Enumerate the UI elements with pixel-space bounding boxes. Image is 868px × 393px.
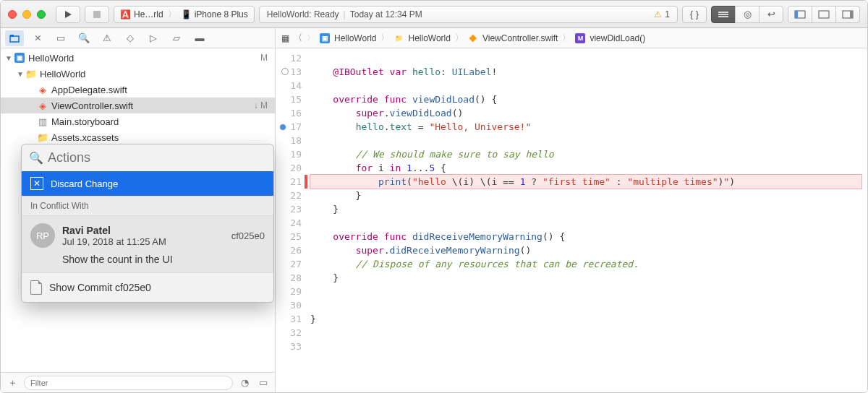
panel-toggle-group (788, 6, 860, 23)
breadcrumb-project[interactable]: HelloWorld (334, 33, 376, 43)
folder-icon: 📁 (393, 33, 404, 43)
issue-navigator-tab[interactable]: ⚠︎ (98, 30, 116, 46)
minimize-window-button[interactable] (22, 10, 31, 19)
stop-button[interactable] (85, 6, 109, 23)
svg-rect-9 (850, 11, 853, 18)
code-line[interactable] (310, 134, 861, 147)
line-gutter: 1213141516171819202122232425262728293031… (276, 48, 309, 392)
breadcrumb-file[interactable]: ViewController.swift (482, 33, 558, 43)
code-line[interactable]: @IBOutlet var hello: UILabel! (310, 65, 861, 79)
discard-change-item[interactable]: ✕ Discard Change (22, 171, 273, 196)
standard-editor-button[interactable] (711, 6, 736, 23)
editor-path-bar: ▦ 〈 〉 ▣ HelloWorld 〉 📁 HelloWorld 〉 🔶 Vi… (276, 28, 867, 48)
commit-author: Ravi Patel (62, 225, 224, 236)
code-line[interactable] (310, 79, 861, 92)
method-icon: M (575, 33, 585, 43)
project-navigator: ▼▣HelloWorldM▼📁HelloWorld◈AppDelegate.sw… (1, 48, 276, 392)
related-items-icon[interactable]: ▦ (281, 33, 289, 43)
toggle-right-panel-button[interactable] (835, 6, 860, 23)
commit-date: Jul 19, 2018 at 11:25 AM (62, 236, 224, 247)
warning-icon: ⚠︎ (654, 9, 662, 20)
report-navigator-tab[interactable]: ▬ (190, 30, 209, 46)
project-navigator-tab[interactable] (5, 30, 24, 46)
source-control-navigator-tab[interactable]: ⨯ (28, 30, 47, 46)
code-line[interactable]: print("hello \(i) \(i == 1 ? "first time… (310, 175, 861, 189)
run-button[interactable] (56, 6, 80, 23)
code-area[interactable]: @IBOutlet var hello: UILabel! override f… (309, 48, 867, 392)
code-line[interactable] (310, 216, 861, 230)
change-actions-popover: 🔍 ✕ Discard Change In Conflict With RP R… (21, 144, 274, 303)
tree-root[interactable]: ▼▣HelloWorldM (1, 50, 275, 66)
breakpoint-navigator-tab[interactable]: ▱ (167, 30, 186, 46)
warnings-indicator[interactable]: ⚠︎ 1 (654, 9, 670, 20)
recent-filter-icon[interactable]: ◔ (237, 376, 252, 390)
svg-rect-7 (819, 11, 829, 18)
actions-search-input[interactable] (48, 150, 266, 165)
activity-status: HelloWorld: Ready | Today at 12:34 PM ⚠︎… (259, 6, 678, 23)
close-window-button[interactable] (8, 10, 17, 19)
code-line[interactable]: override func didReceiveMemoryWarning() … (310, 230, 861, 243)
scheme-selector[interactable]: 🅰️ He…rld 〉 📱 iPhone 8 Plus (114, 6, 255, 23)
target-icon: 🅰️ (120, 9, 131, 20)
sub-toolbar: ⨯ ▭ 🔍 ⚠︎ ◇ ▷ ▱ ▬ ▦ 〈 〉 ▣ HelloWorld 〉 📁 … (1, 28, 867, 48)
document-icon (30, 280, 42, 295)
symbol-navigator-tab[interactable]: ▭ (51, 30, 70, 46)
find-navigator-tab[interactable]: 🔍 (75, 30, 93, 46)
code-line[interactable] (310, 340, 861, 353)
code-line[interactable]: super.viewDidLoad() (310, 106, 861, 120)
commit-message: Show the count in the UI (62, 254, 265, 265)
debug-navigator-tab[interactable]: ▷ (144, 30, 163, 46)
code-snippets-button[interactable]: { } (682, 6, 707, 23)
code-line[interactable]: } (310, 202, 861, 216)
toggle-left-panel-button[interactable] (788, 6, 812, 23)
status-title: HelloWorld: Ready (267, 9, 339, 20)
add-button[interactable]: ＋ (5, 376, 20, 390)
code-line[interactable]: for i in 1...5 { (310, 161, 861, 175)
scheme-device: iPhone 8 Plus (195, 9, 248, 20)
nav-forward-button[interactable]: 〉 (307, 32, 315, 44)
device-icon: 📱 (181, 9, 192, 20)
conflict-section-header: In Conflict With (22, 196, 273, 216)
code-line[interactable]: super.didReceiveMemoryWarning() (310, 243, 861, 257)
code-line[interactable] (310, 51, 861, 65)
code-line[interactable]: hello.text = "Hello, Universe!" (310, 120, 861, 134)
svg-rect-1 (93, 11, 101, 18)
tree-item[interactable]: ▼📁HelloWorld (1, 66, 275, 82)
code-line[interactable]: // We should make sure to say hello (310, 147, 861, 161)
svg-rect-11 (10, 35, 14, 37)
commit-hash: cf025e0 (231, 230, 265, 241)
popover-search-row: 🔍 (22, 144, 273, 171)
tree-item[interactable]: ◈AppDelegate.swift (1, 82, 275, 98)
code-line[interactable]: override func viewDidLoad() { (310, 92, 861, 106)
nav-back-button[interactable]: 〈 (294, 32, 302, 44)
version-editor-button[interactable]: ↩︎ (759, 6, 783, 23)
test-navigator-tab[interactable]: ◇ (121, 30, 140, 46)
breadcrumb-folder[interactable]: HelloWorld (408, 33, 450, 43)
tree-item[interactable]: ◈ViewController.swift↓ M (1, 98, 275, 113)
tree-item[interactable]: ▥Main.storyboard (1, 113, 275, 129)
code-line[interactable]: } (310, 189, 861, 202)
code-line[interactable]: } (310, 312, 861, 326)
scheme-target: He…rld (134, 9, 163, 20)
show-commit-item[interactable]: Show Commit cf025e0 (22, 273, 273, 302)
code-line[interactable] (310, 285, 861, 298)
assistant-editor-button[interactable]: ◎ (735, 6, 760, 23)
code-line[interactable]: } (310, 271, 861, 285)
conflict-commit-item[interactable]: RP Ravi Patel Jul 19, 2018 at 11:25 AM c… (22, 216, 273, 273)
toolbar: 🅰️ He…rld 〉 📱 iPhone 8 Plus HelloWorld: … (1, 1, 867, 28)
code-line[interactable] (310, 326, 861, 340)
svg-rect-10 (10, 36, 19, 42)
show-commit-label: Show Commit cf025e0 (49, 282, 151, 293)
tree-item[interactable]: 📁Assets.xcassets (1, 129, 275, 145)
scm-filter-icon[interactable]: ▭ (256, 376, 271, 390)
project-icon: ▣ (320, 33, 330, 43)
toggle-bottom-panel-button[interactable] (812, 6, 836, 23)
code-editor[interactable]: 1213141516171819202122232425262728293031… (276, 48, 867, 392)
navigator-tabs: ⨯ ▭ 🔍 ⚠︎ ◇ ▷ ▱ ▬ (1, 28, 276, 48)
code-line[interactable] (310, 298, 861, 312)
code-line[interactable]: // Dispose of any resources that can be … (310, 257, 861, 271)
discard-icon: ✕ (30, 177, 43, 190)
zoom-window-button[interactable] (37, 10, 46, 19)
breadcrumb-symbol[interactable]: viewDidLoad() (590, 33, 645, 43)
filter-input[interactable] (24, 376, 233, 390)
